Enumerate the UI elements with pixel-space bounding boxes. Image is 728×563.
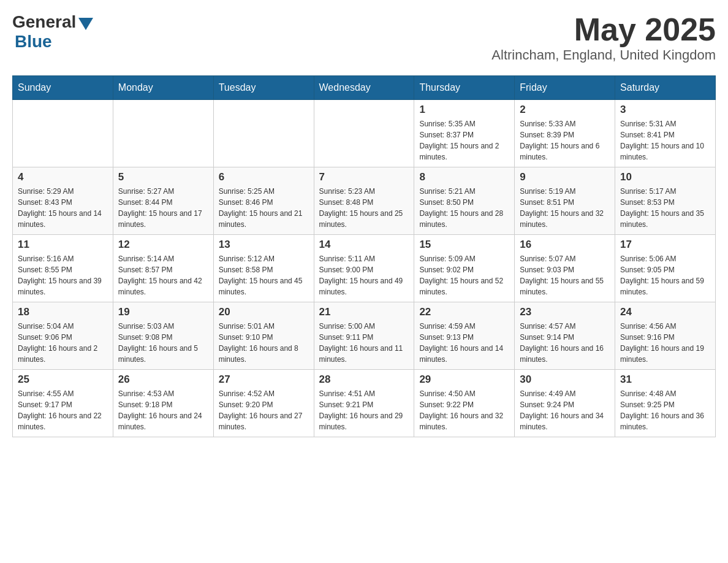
logo-general-text: General — [12, 12, 76, 32]
calendar-cell: 6Sunrise: 5:25 AMSunset: 8:46 PMDaylight… — [213, 167, 314, 235]
calendar-cell: 22Sunrise: 4:59 AMSunset: 9:13 PMDayligh… — [414, 302, 515, 370]
day-info: Sunrise: 5:29 AMSunset: 8:43 PMDaylight:… — [18, 186, 108, 230]
day-info: Sunrise: 5:23 AMSunset: 8:48 PMDaylight:… — [319, 186, 409, 230]
day-header-sunday: Sunday — [13, 76, 113, 100]
day-number: 30 — [520, 373, 610, 386]
day-info: Sunrise: 4:56 AMSunset: 9:16 PMDaylight:… — [620, 321, 710, 365]
calendar-cell: 20Sunrise: 5:01 AMSunset: 9:10 PMDayligh… — [213, 302, 314, 370]
calendar-cell: 4Sunrise: 5:29 AMSunset: 8:43 PMDaylight… — [13, 167, 113, 235]
calendar-cell: 15Sunrise: 5:09 AMSunset: 9:02 PMDayligh… — [414, 235, 515, 302]
day-info: Sunrise: 4:48 AMSunset: 9:25 PMDaylight:… — [620, 388, 710, 432]
day-number: 19 — [118, 306, 208, 318]
day-number: 16 — [520, 239, 610, 251]
calendar-cell: 13Sunrise: 5:12 AMSunset: 8:58 PMDayligh… — [213, 235, 314, 302]
day-number: 26 — [118, 373, 208, 386]
day-number: 22 — [419, 306, 509, 318]
calendar-cell: 24Sunrise: 4:56 AMSunset: 9:16 PMDayligh… — [615, 302, 716, 370]
calendar-cell — [13, 100, 113, 167]
day-number: 28 — [319, 373, 409, 386]
day-number: 27 — [219, 373, 309, 386]
day-info: Sunrise: 4:57 AMSunset: 9:14 PMDaylight:… — [520, 321, 610, 365]
day-number: 20 — [219, 306, 309, 318]
day-info: Sunrise: 4:59 AMSunset: 9:13 PMDaylight:… — [419, 321, 509, 365]
calendar-cell: 29Sunrise: 4:50 AMSunset: 9:22 PMDayligh… — [414, 370, 515, 437]
day-header-tuesday: Tuesday — [213, 76, 314, 100]
day-number: 8 — [419, 171, 509, 183]
calendar-cell: 31Sunrise: 4:48 AMSunset: 9:25 PMDayligh… — [615, 370, 716, 437]
day-info: Sunrise: 4:50 AMSunset: 9:22 PMDaylight:… — [419, 388, 509, 432]
calendar-cell: 21Sunrise: 5:00 AMSunset: 9:11 PMDayligh… — [314, 302, 414, 370]
day-number: 23 — [520, 306, 610, 318]
calendar-header: SundayMondayTuesdayWednesdayThursdayFrid… — [13, 76, 716, 100]
day-number: 11 — [18, 239, 108, 251]
day-info: Sunrise: 4:52 AMSunset: 9:20 PMDaylight:… — [219, 388, 309, 432]
day-info: Sunrise: 5:07 AMSunset: 9:03 PMDaylight:… — [520, 253, 610, 297]
calendar-cell: 3Sunrise: 5:31 AMSunset: 8:41 PMDaylight… — [615, 100, 716, 167]
calendar-week-row: 25Sunrise: 4:55 AMSunset: 9:17 PMDayligh… — [13, 370, 716, 437]
day-info: Sunrise: 4:51 AMSunset: 9:21 PMDaylight:… — [319, 388, 409, 432]
day-number: 13 — [219, 239, 309, 251]
calendar-cell: 17Sunrise: 5:06 AMSunset: 9:05 PMDayligh… — [615, 235, 716, 302]
day-header-monday: Monday — [113, 76, 213, 100]
day-number: 4 — [18, 171, 108, 183]
logo: General Blue — [12, 12, 93, 52]
day-headers-row: SundayMondayTuesdayWednesdayThursdayFrid… — [13, 76, 716, 100]
day-number: 1 — [419, 104, 509, 116]
calendar-cell: 12Sunrise: 5:14 AMSunset: 8:57 PMDayligh… — [113, 235, 213, 302]
calendar-cell — [314, 100, 414, 167]
day-number: 29 — [419, 373, 509, 386]
calendar-week-row: 1Sunrise: 5:35 AMSunset: 8:37 PMDaylight… — [13, 100, 716, 167]
calendar-cell: 23Sunrise: 4:57 AMSunset: 9:14 PMDayligh… — [515, 302, 615, 370]
calendar-week-row: 4Sunrise: 5:29 AMSunset: 8:43 PMDaylight… — [13, 167, 716, 235]
day-number: 6 — [219, 171, 309, 183]
day-number: 15 — [419, 239, 509, 251]
calendar-cell — [113, 100, 213, 167]
day-number: 2 — [520, 104, 610, 116]
day-number: 25 — [18, 373, 108, 386]
day-info: Sunrise: 4:49 AMSunset: 9:24 PMDaylight:… — [520, 388, 610, 432]
day-number: 9 — [520, 171, 610, 183]
day-info: Sunrise: 4:53 AMSunset: 9:18 PMDaylight:… — [118, 388, 208, 432]
day-number: 7 — [319, 171, 409, 183]
day-info: Sunrise: 5:03 AMSunset: 9:08 PMDaylight:… — [118, 321, 208, 365]
day-info: Sunrise: 5:35 AMSunset: 8:37 PMDaylight:… — [419, 118, 509, 163]
day-info: Sunrise: 5:01 AMSunset: 9:10 PMDaylight:… — [219, 321, 309, 365]
calendar-week-row: 18Sunrise: 5:04 AMSunset: 9:06 PMDayligh… — [13, 302, 716, 370]
day-info: Sunrise: 5:17 AMSunset: 8:53 PMDaylight:… — [620, 186, 710, 230]
day-number: 5 — [118, 171, 208, 183]
location-title: Altrincham, England, United Kingdom — [491, 47, 716, 63]
day-number: 17 — [620, 239, 710, 251]
title-section: May 2025 Altrincham, England, United Kin… — [491, 12, 716, 63]
day-info: Sunrise: 5:19 AMSunset: 8:51 PMDaylight:… — [520, 186, 610, 230]
day-number: 12 — [118, 239, 208, 251]
day-number: 31 — [620, 373, 710, 386]
page-header: General Blue May 2025 Altrincham, Englan… — [12, 12, 716, 63]
day-number: 18 — [18, 306, 108, 318]
day-info: Sunrise: 5:31 AMSunset: 8:41 PMDaylight:… — [620, 118, 710, 163]
day-info: Sunrise: 5:27 AMSunset: 8:44 PMDaylight:… — [118, 186, 208, 230]
calendar-cell: 2Sunrise: 5:33 AMSunset: 8:39 PMDaylight… — [515, 100, 615, 167]
calendar-cell: 8Sunrise: 5:21 AMSunset: 8:50 PMDaylight… — [414, 167, 515, 235]
day-info: Sunrise: 5:04 AMSunset: 9:06 PMDaylight:… — [18, 321, 108, 365]
day-info: Sunrise: 5:00 AMSunset: 9:11 PMDaylight:… — [319, 321, 409, 365]
calendar-cell: 28Sunrise: 4:51 AMSunset: 9:21 PMDayligh… — [314, 370, 414, 437]
calendar-cell: 14Sunrise: 5:11 AMSunset: 9:00 PMDayligh… — [314, 235, 414, 302]
day-header-thursday: Thursday — [414, 76, 515, 100]
calendar-cell: 30Sunrise: 4:49 AMSunset: 9:24 PMDayligh… — [515, 370, 615, 437]
calendar-cell: 1Sunrise: 5:35 AMSunset: 8:37 PMDaylight… — [414, 100, 515, 167]
day-header-friday: Friday — [515, 76, 615, 100]
day-number: 21 — [319, 306, 409, 318]
calendar-cell: 27Sunrise: 4:52 AMSunset: 9:20 PMDayligh… — [213, 370, 314, 437]
calendar-cell: 7Sunrise: 5:23 AMSunset: 8:48 PMDaylight… — [314, 167, 414, 235]
calendar-cell: 16Sunrise: 5:07 AMSunset: 9:03 PMDayligh… — [515, 235, 615, 302]
month-title: May 2025 — [491, 12, 716, 47]
calendar-cell: 11Sunrise: 5:16 AMSunset: 8:55 PMDayligh… — [13, 235, 113, 302]
calendar-cell: 26Sunrise: 4:53 AMSunset: 9:18 PMDayligh… — [113, 370, 213, 437]
day-info: Sunrise: 5:12 AMSunset: 8:58 PMDaylight:… — [219, 253, 309, 297]
calendar-table: SundayMondayTuesdayWednesdayThursdayFrid… — [12, 75, 716, 437]
day-header-wednesday: Wednesday — [314, 76, 414, 100]
day-number: 10 — [620, 171, 710, 183]
day-info: Sunrise: 5:06 AMSunset: 9:05 PMDaylight:… — [620, 253, 710, 297]
calendar-body: 1Sunrise: 5:35 AMSunset: 8:37 PMDaylight… — [13, 100, 716, 437]
calendar-cell: 5Sunrise: 5:27 AMSunset: 8:44 PMDaylight… — [113, 167, 213, 235]
